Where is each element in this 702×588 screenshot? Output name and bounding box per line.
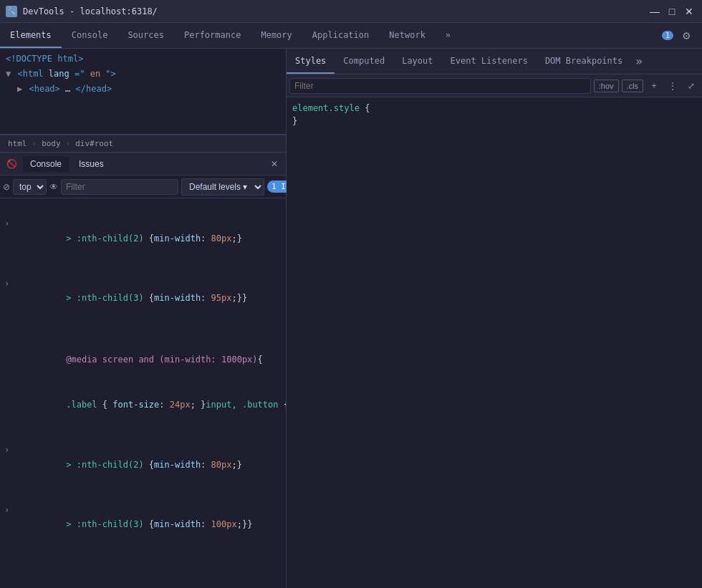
console-line-empty-3	[0, 563, 286, 579]
attr-equals: ="	[74, 69, 85, 79]
styles-filter-input[interactable]	[289, 78, 591, 94]
console-line-empty-1	[0, 321, 286, 337]
log-level-dropdown[interactable]: Default levels ▾	[181, 178, 264, 196]
styles-content[interactable]: element.style { }	[287, 97, 702, 588]
console-line-media: @media screen and (min-width: 1000px){	[0, 337, 286, 382]
breadcrumb: html › body › div#root	[0, 135, 286, 152]
element-style-header: element.style {	[292, 103, 696, 113]
close-button[interactable]: ✕	[682, 4, 696, 19]
toggle-head[interactable]: ▶	[17, 84, 22, 94]
maximize-button[interactable]: □	[665, 4, 679, 19]
console-clear-button[interactable]: 🚫	[3, 155, 20, 173]
nav-tab-network[interactable]: Network	[379, 23, 436, 48]
devtools-icon: 🔧	[6, 6, 17, 17]
tab-event-listeners[interactable]: Event Listeners	[442, 49, 537, 74]
nav-tab-sources[interactable]: Sources	[117, 23, 174, 48]
nav-tab-performance[interactable]: Performance	[174, 23, 251, 48]
devtools-nav: Elements Console Sources Performance Mem…	[0, 23, 702, 49]
tree-line-head[interactable]: ▶ <head> … </head>	[0, 82, 286, 97]
breadcrumb-sep-2: ›	[66, 139, 71, 148]
console-filter-bar: ⊘ top 👁 Default levels ▾ 1 Issue: 1 ⚙	[0, 175, 286, 198]
nav-tab-memory[interactable]: Memory	[251, 23, 302, 48]
tab-dom-breakpoints[interactable]: DOM Breakpoints	[537, 49, 631, 74]
console-line-nth3: › > :nth-child(3) {	[0, 579, 286, 588]
left-panel: <!DOCTYPE html> ▼ <html lang =" en "> ▶ …	[0, 49, 287, 588]
settings-button[interactable]: ⚙	[676, 26, 696, 46]
styles-filter-bar: :hov .cls + ⋮ ⤢	[287, 74, 702, 97]
tag-doctype: <!DOCTYPE html>	[6, 54, 83, 64]
console-output[interactable]: › > :nth-child(2) {min-width: 80px;} › >…	[0, 198, 286, 588]
tab-styles[interactable]: Styles	[287, 49, 335, 74]
notification-badge: 1	[662, 31, 673, 40]
element-style-label: element.style	[292, 103, 365, 113]
window-controls: — □ ✕	[648, 4, 696, 19]
right-panel: Styles Computed Layout Event Listeners D…	[287, 49, 702, 588]
breadcrumb-root[interactable]: div#root	[73, 138, 115, 149]
title-bar-text: DevTools - localhost:6318/	[23, 6, 642, 16]
tag-html-open: <html	[17, 69, 48, 79]
attr-lang-name: lang	[49, 69, 69, 79]
hov-button[interactable]: :hov	[594, 79, 619, 92]
console-tab-btn[interactable]: Console	[23, 156, 69, 172]
arrow-icon-3: ›	[4, 443, 9, 457]
tag-head-close: </head>	[76, 84, 112, 94]
more-options-button[interactable]: ⋮	[665, 78, 681, 94]
element-style-block: element.style { }	[292, 103, 696, 127]
tree-line-html[interactable]: ▼ <html lang =" en ">	[0, 67, 286, 82]
console-line-4: › > :nth-child(3) {min-width: 100px;}}	[0, 487, 286, 547]
breadcrumb-sep-1: ›	[32, 139, 37, 148]
toggle-html[interactable]: ▼	[6, 69, 11, 79]
minimize-button[interactable]: —	[648, 4, 662, 19]
console-line-empty-2	[0, 547, 286, 563]
nav-tab-more[interactable]: »	[436, 23, 461, 48]
tab-layout[interactable]: Layout	[393, 49, 441, 74]
breadcrumb-body[interactable]: body	[39, 138, 63, 149]
console-line-1: › > :nth-child(2) {min-width: 80px;}	[0, 201, 286, 261]
expand-button[interactable]: ⤢	[683, 78, 699, 94]
eye-button[interactable]: 👁	[49, 178, 58, 196]
arrow-icon-2: ›	[4, 276, 9, 291]
console-close-button[interactable]: ✕	[266, 155, 283, 173]
filter-toggle-button[interactable]: ⊘	[3, 178, 10, 196]
issues-tab-btn[interactable]: Issues	[72, 156, 111, 172]
elements-tree[interactable]: <!DOCTYPE html> ▼ <html lang =" en "> ▶ …	[0, 49, 286, 135]
tree-line-doctype[interactable]: <!DOCTYPE html>	[0, 52, 286, 67]
nav-icons: 1 ⚙	[656, 23, 702, 48]
attr-lang-value: en	[90, 69, 100, 79]
head-ellipsis: …	[65, 84, 70, 94]
console-line-label: .label { font-size: 24px; }input, .butto…	[0, 382, 286, 428]
console-filter-input[interactable]	[61, 179, 178, 195]
styles-tab-bar: Styles Computed Layout Event Listeners D…	[287, 49, 702, 74]
tab-more[interactable]: »	[631, 49, 647, 74]
title-bar: 🔧 DevTools - localhost:6318/ — □ ✕	[0, 0, 702, 23]
arrow-icon-1: ›	[4, 216, 9, 231]
console-section: 🚫 Console Issues ✕ ⊘ top 👁 Default level…	[0, 152, 286, 588]
tab-computed[interactable]: Computed	[335, 49, 393, 74]
breadcrumb-html[interactable]: html	[6, 138, 29, 149]
element-style-close: }	[292, 115, 696, 127]
nav-tab-elements[interactable]: Elements	[0, 23, 62, 48]
arrow-icon-4: ›	[4, 503, 9, 517]
console-line-2: › > :nth-child(3) {min-width: 95px;}}	[0, 261, 286, 322]
nav-tab-console[interactable]: Console	[62, 23, 118, 48]
tag-head: <head>	[29, 84, 59, 94]
add-style-button[interactable]: +	[646, 78, 662, 94]
nav-tab-application[interactable]: Application	[302, 23, 379, 48]
main-layout: <!DOCTYPE html> ▼ <html lang =" en "> ▶ …	[0, 49, 702, 588]
context-selector[interactable]: top	[13, 179, 47, 195]
console-toolbar: 🚫 Console Issues ✕	[0, 153, 286, 175]
console-line-3: › > :nth-child(2) {min-width: 80px;}	[0, 428, 286, 488]
tag-html-close: ">	[105, 69, 115, 79]
cls-button[interactable]: .cls	[622, 79, 644, 92]
